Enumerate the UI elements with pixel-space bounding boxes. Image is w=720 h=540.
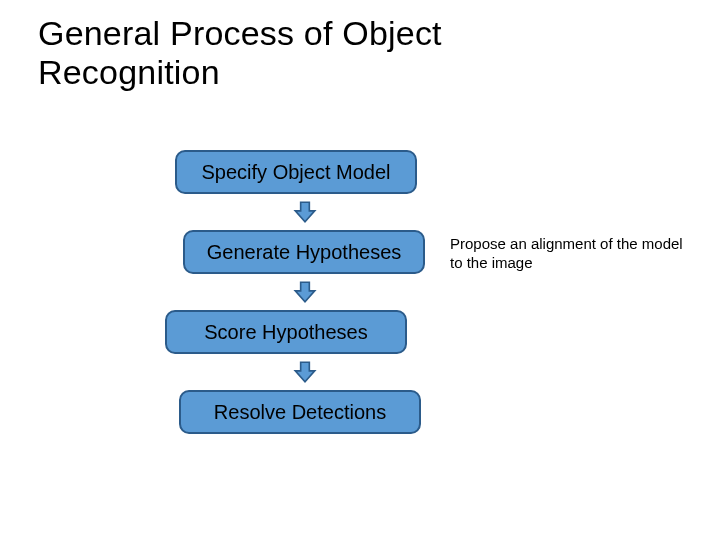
slide-title: General Process of Object Recognition (38, 14, 442, 92)
step-label: Score Hypotheses (204, 321, 367, 344)
down-arrow-icon (292, 199, 318, 225)
arrow-2 (175, 274, 435, 310)
title-line-1: General Process of Object (38, 14, 442, 52)
title-line-2: Recognition (38, 53, 220, 91)
process-flow: Specify Object Model Generate Hypotheses… (175, 150, 435, 434)
step-label: Specify Object Model (202, 161, 391, 184)
annotation-text: Propose an alignment of the model to the… (450, 235, 683, 271)
arrow-3 (175, 354, 435, 390)
step-resolve-detections: Resolve Detections (179, 390, 421, 434)
step-score-hypotheses: Score Hypotheses (165, 310, 407, 354)
step-specify-object-model: Specify Object Model (175, 150, 417, 194)
step-generate-hypotheses: Generate Hypotheses (183, 230, 425, 274)
down-arrow-icon (292, 279, 318, 305)
arrow-1 (175, 194, 435, 230)
annotation-generate-hypotheses: Propose an alignment of the model to the… (450, 235, 690, 273)
step-label: Generate Hypotheses (207, 241, 402, 264)
slide: General Process of Object Recognition Sp… (0, 0, 720, 540)
step-label: Resolve Detections (214, 401, 386, 424)
down-arrow-icon (292, 359, 318, 385)
